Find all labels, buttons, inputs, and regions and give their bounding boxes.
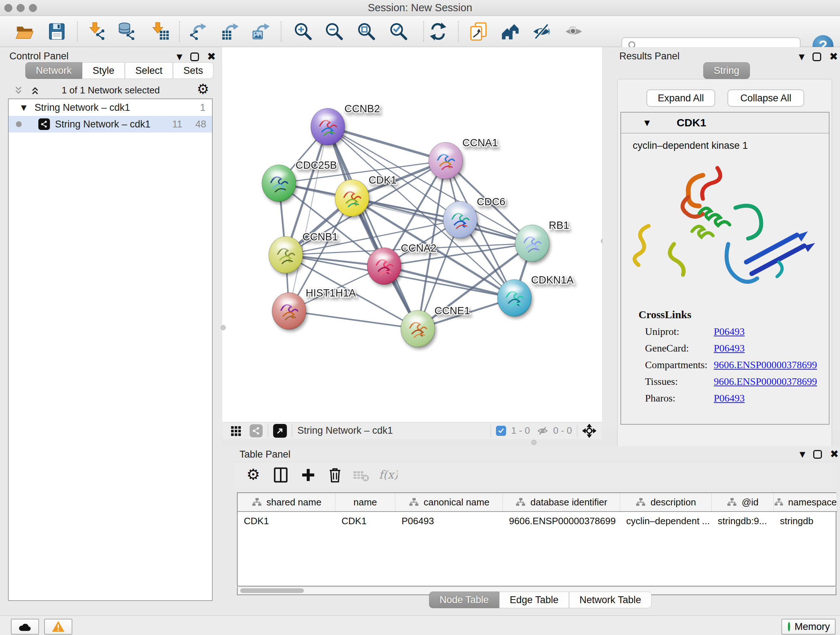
- delete-column-button[interactable]: [325, 465, 345, 485]
- cloud-tasks-button[interactable]: [11, 619, 39, 635]
- tab-style[interactable]: Style: [82, 62, 125, 79]
- crosslink-link[interactable]: P06493: [714, 342, 745, 354]
- control-panel-menu-icon[interactable]: ▼: [177, 52, 182, 61]
- table-cell[interactable]: CDK1: [335, 512, 395, 530]
- control-panel-close-icon[interactable]: ✖: [207, 51, 216, 62]
- add-column-button[interactable]: [298, 465, 318, 485]
- table-cell[interactable]: 9606.ENSP00000378699: [503, 512, 620, 530]
- crosslink-link[interactable]: P06493: [714, 393, 745, 404]
- table-cell[interactable]: cyclin–dependent ...: [620, 512, 712, 530]
- expand-all-button[interactable]: Expand All: [646, 89, 715, 107]
- hide-graphics-details-button[interactable]: [531, 21, 553, 42]
- network-node-CCNB1[interactable]: CCNB1: [269, 231, 338, 273]
- import-network-from-database-button[interactable]: [117, 21, 138, 42]
- export-image-button[interactable]: [251, 21, 272, 42]
- column-header-database-identifier[interactable]: database identifier: [503, 493, 620, 511]
- column-header-name[interactable]: name: [335, 493, 395, 511]
- network-edge[interactable]: [289, 127, 328, 311]
- network-row[interactable]: String Network – cdk1 11 48: [9, 116, 212, 133]
- network-node-HIST1H1A[interactable]: HIST1H1A: [272, 287, 356, 329]
- results-panel-menu-icon[interactable]: ▼: [799, 52, 805, 61]
- apply-preferred-layout-icon: [428, 22, 448, 41]
- zoom-selected-icon: [389, 22, 409, 41]
- table-panel-close-icon[interactable]: ✖: [830, 449, 838, 459]
- show-home-panel-button[interactable]: [499, 21, 521, 42]
- table-panel-tabs: Node TableEdge TableNetwork Table: [429, 592, 652, 608]
- column-header-namespace[interactable]: namespace: [774, 493, 837, 511]
- protein-collapse-icon[interactable]: ▼: [644, 119, 650, 127]
- string-style-icon[interactable]: [249, 424, 263, 437]
- network-edge[interactable]: [289, 311, 418, 329]
- column-header-canonical-name[interactable]: canonical name: [395, 493, 503, 511]
- function-builder-button[interactable]: f(x): [379, 465, 398, 485]
- collection-collapse-icon[interactable]: ▼: [21, 103, 27, 112]
- results-panel-close-icon[interactable]: ✖: [829, 51, 838, 62]
- tab-string[interactable]: String: [703, 62, 750, 79]
- split-columns-button[interactable]: [271, 465, 291, 485]
- window-title: Session: New Session: [0, 2, 840, 14]
- protein-section-header[interactable]: ▼ CDK1: [621, 112, 829, 134]
- table-panel-menu-icon[interactable]: ▼: [799, 450, 805, 459]
- network-node-CCNA1[interactable]: CCNA1: [429, 137, 498, 179]
- table-row[interactable]: CDK1CDK1P064939606.ENSP00000378699cyclin…: [238, 512, 837, 530]
- scrollbar-thumb[interactable]: [240, 588, 304, 593]
- collection-label: String Network – cdk1: [34, 102, 130, 113]
- tab-edge-table[interactable]: Edge Table: [499, 592, 569, 608]
- selected-checkbox-icon[interactable]: [496, 426, 506, 436]
- table-cell[interactable]: CDK1: [238, 512, 335, 530]
- zoom-selected-button[interactable]: [388, 21, 409, 42]
- column-header-description[interactable]: description: [620, 493, 712, 511]
- collapse-all-button[interactable]: Collapse All: [728, 89, 804, 107]
- column-header-shared-name[interactable]: shared name: [238, 493, 335, 511]
- export-table-button[interactable]: [219, 21, 241, 42]
- table-settings-button[interactable]: ⚙: [243, 465, 263, 485]
- vertical-splitter-handle[interactable]: [221, 325, 226, 330]
- table-cell[interactable]: P06493: [395, 512, 503, 530]
- zoom-out-button[interactable]: [324, 21, 345, 42]
- network-node-CDKN1A[interactable]: CDKN1A: [497, 274, 574, 317]
- table-panel-float-icon[interactable]: [813, 450, 822, 459]
- zoom-in-button[interactable]: [292, 21, 314, 42]
- crosslink-link[interactable]: 9606.ENSP00000378699: [714, 359, 817, 371]
- network-node-RB1[interactable]: RB1: [515, 219, 569, 262]
- memory-button[interactable]: Memory: [782, 619, 836, 635]
- import-network-from-file-button[interactable]: [87, 21, 109, 42]
- network-canvas[interactable]: CCNB2 CCNA1 CDC25B CDK1 CDC6 RB1: [222, 47, 602, 422]
- network-edge-count: 48: [195, 119, 206, 130]
- horizontal-splitter-handle[interactable]: [531, 440, 537, 445]
- network-node-CCNE1[interactable]: CCNE1: [401, 305, 470, 347]
- tab-sets[interactable]: Sets: [173, 62, 213, 79]
- apply-preferred-layout-button[interactable]: [427, 21, 449, 42]
- warnings-button[interactable]: [44, 619, 73, 635]
- open-in-new-window-icon[interactable]: [273, 424, 287, 438]
- show-graphics-details-button[interactable]: [563, 21, 584, 42]
- fit-selected-crosshair-icon[interactable]: [583, 424, 596, 438]
- zoom-fit-content-button[interactable]: [355, 21, 377, 42]
- network-collection-row[interactable]: ▼ String Network – cdk1 1: [9, 99, 212, 116]
- birds-eye-view-icon[interactable]: [230, 424, 242, 437]
- control-panel-float-icon[interactable]: [190, 52, 199, 61]
- export-network-button[interactable]: [187, 21, 209, 42]
- tab-network-table[interactable]: Network Table: [569, 592, 652, 608]
- network-options-gear-icon[interactable]: ⚙: [197, 81, 209, 97]
- open-session-button[interactable]: [14, 21, 35, 42]
- import-table-from-file-button[interactable]: [150, 21, 172, 42]
- tab-select[interactable]: Select: [125, 62, 173, 79]
- save-session-button[interactable]: [46, 21, 68, 42]
- string-network-icon: [38, 119, 50, 130]
- delete-table-button[interactable]: [351, 465, 371, 485]
- clone-network-view-button[interactable]: [467, 21, 489, 42]
- column-header-@id[interactable]: @id: [712, 493, 774, 511]
- results-panel-float-icon[interactable]: [813, 52, 821, 61]
- table-cell[interactable]: stringdb:9...: [712, 512, 774, 530]
- crosslink-link[interactable]: 9606.ENSP00000378699: [714, 376, 817, 387]
- table-cell[interactable]: stringdb: [774, 512, 837, 530]
- crosslink-link[interactable]: P06493: [714, 326, 745, 337]
- hide-graphics-details-icon: [532, 22, 551, 41]
- tab-node-table[interactable]: Node Table: [429, 592, 499, 608]
- protein-description: cyclin–dependent kinase 1: [633, 140, 829, 151]
- network-edge[interactable]: [328, 127, 446, 161]
- tab-network[interactable]: Network: [25, 62, 82, 79]
- protein-name: CDK1: [676, 117, 706, 129]
- protein-section: ▼ CDK1 cyclin–dependent kinase 1: [621, 112, 829, 424]
